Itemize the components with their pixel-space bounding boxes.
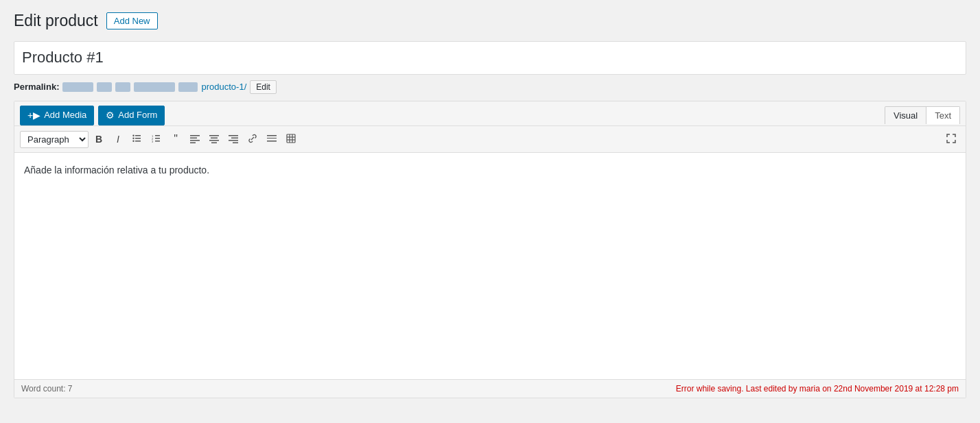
table-icon (286, 134, 296, 145)
add-media-icon: +▶ (27, 109, 40, 123)
svg-rect-17 (211, 137, 218, 138)
link-icon (248, 134, 257, 145)
svg-rect-19 (211, 142, 217, 143)
svg-rect-7 (155, 138, 160, 139)
ordered-list-icon: 1 2 3 (152, 134, 161, 145)
bold-button[interactable]: B (90, 130, 108, 148)
editor-toolbar: Paragraph B I (14, 126, 966, 153)
editor-content-area[interactable]: Añade la información relativa a tu produ… (14, 153, 966, 379)
editor-statusbar: Word count: 7 Error while saving. Last e… (14, 379, 966, 398)
add-new-button[interactable]: Add New (106, 12, 158, 29)
svg-rect-26 (267, 141, 277, 142)
add-form-button[interactable]: ⚙ Add Form (98, 106, 165, 126)
expand-icon (946, 134, 956, 145)
svg-point-4 (132, 137, 134, 138)
table-button[interactable] (282, 130, 300, 148)
media-buttons-group: +▶ Add Media ⚙ Add Form (20, 106, 165, 126)
blockquote-icon: " (174, 134, 178, 145)
permalink-slug-1 (62, 82, 93, 92)
permalink-path[interactable]: producto-1/ (201, 82, 246, 92)
svg-rect-25 (267, 138, 277, 138)
tab-text[interactable]: Text (926, 106, 960, 124)
align-left-button[interactable] (186, 130, 204, 148)
svg-rect-12 (190, 135, 200, 136)
add-form-label: Add Form (118, 109, 157, 121)
horizontal-rule-button[interactable] (263, 130, 281, 148)
svg-rect-23 (233, 142, 238, 143)
word-count-label: Word count: 7 (21, 384, 73, 394)
align-center-icon (209, 134, 219, 145)
link-button[interactable] (244, 130, 261, 148)
svg-point-3 (132, 134, 134, 136)
ordered-list-button[interactable]: 1 2 3 (148, 130, 165, 148)
permalink-slug-4 (134, 82, 175, 92)
align-right-button[interactable] (224, 130, 242, 148)
word-count-value: 7 (68, 384, 73, 394)
svg-rect-15 (190, 142, 196, 143)
horizontal-rule-icon (267, 134, 277, 145)
paragraph-select[interactable]: Paragraph (20, 131, 89, 148)
permalink-slug-2 (97, 82, 112, 92)
svg-rect-2 (135, 141, 141, 142)
svg-rect-18 (209, 140, 219, 141)
permalink-slug-5 (178, 82, 198, 92)
add-form-icon: ⚙ (106, 109, 115, 123)
permalink-row: Permalink: producto-1/ Edit (14, 80, 966, 94)
align-right-icon (229, 134, 238, 145)
permalink-slug-3 (115, 82, 130, 92)
svg-rect-22 (229, 140, 238, 141)
svg-rect-27 (287, 134, 295, 143)
svg-rect-21 (231, 137, 238, 138)
svg-text:3: 3 (152, 139, 154, 143)
align-center-button[interactable] (205, 130, 223, 148)
unordered-list-icon (132, 134, 142, 145)
expand-button[interactable] (942, 130, 960, 148)
unordered-list-button[interactable] (128, 130, 146, 148)
italic-button[interactable]: I (109, 130, 127, 148)
svg-point-5 (132, 140, 134, 141)
svg-rect-1 (135, 138, 141, 139)
align-left-icon (190, 134, 200, 145)
permalink-edit-button[interactable]: Edit (250, 80, 277, 94)
add-media-button[interactable]: +▶ Add Media (20, 106, 94, 126)
svg-rect-6 (155, 135, 160, 136)
status-text: Error while saving. Last edited by maria… (676, 384, 959, 394)
add-media-label: Add Media (44, 109, 86, 121)
italic-icon: I (117, 134, 119, 145)
editor-content-text: Añade la información relativa a tu produ… (24, 162, 956, 178)
bold-icon: B (95, 134, 102, 145)
view-tabs: Visual Text (885, 106, 960, 124)
svg-rect-16 (209, 135, 219, 136)
svg-rect-14 (190, 140, 200, 141)
editor-tabs-row: +▶ Add Media ⚙ Add Form Visual Text (14, 101, 966, 127)
blockquote-button[interactable]: " (167, 130, 185, 148)
page-title: Edit product (14, 11, 98, 32)
permalink-label: Permalink: (14, 82, 59, 92)
editor-container: +▶ Add Media ⚙ Add Form Visual Text Para… (14, 101, 966, 399)
tab-visual[interactable]: Visual (885, 106, 926, 124)
svg-rect-8 (155, 141, 160, 142)
product-title-input[interactable] (14, 41, 966, 75)
svg-rect-24 (267, 135, 277, 136)
svg-rect-20 (229, 135, 238, 136)
svg-rect-13 (190, 137, 197, 138)
svg-rect-0 (135, 135, 141, 136)
